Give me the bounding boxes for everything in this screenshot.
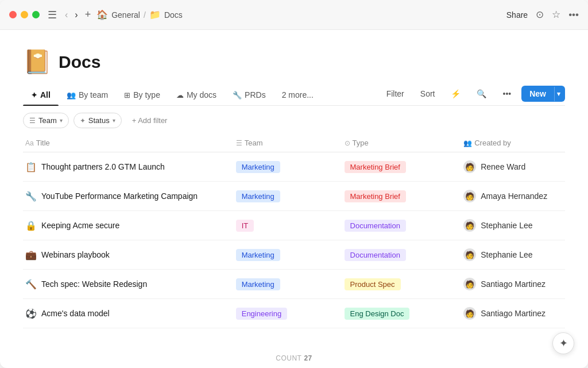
star-icon[interactable]: ☆ [552, 9, 560, 21]
row-type-cell: Marketing Brief [338, 152, 457, 182]
team-column-header[interactable]: ☰Team [229, 134, 338, 152]
minimize-button[interactable] [21, 11, 28, 18]
team-tag[interactable]: IT [236, 220, 254, 232]
row-title: YouTube Performance Marketing Campaign [41, 191, 198, 201]
breadcrumb-docs[interactable]: Docs [164, 10, 183, 20]
new-tab-button[interactable]: + [85, 9, 91, 21]
row-doc-icon: 💼 [25, 250, 37, 260]
team-tag[interactable]: Engineering [236, 308, 287, 320]
team-tag[interactable]: Marketing [236, 161, 280, 173]
tab-my-docs[interactable]: ☁ My docs [168, 86, 225, 105]
back-arrow-icon[interactable]: ‹ [63, 9, 70, 21]
type-col-icon: ⊙ [345, 139, 350, 147]
new-button[interactable]: New ▾ [521, 86, 565, 102]
team-filter-chip[interactable]: ☰ Team ▾ [23, 113, 69, 128]
main-content: 📔 Docs ✦ All 👥 By team ⊞ By type ☁ My do… [0, 30, 588, 368]
avatar: 🧑 [463, 219, 476, 232]
search-button[interactable]: 🔍 [471, 86, 492, 101]
row-author-cell: 🧑 Stephanie Lee [457, 240, 565, 270]
row-type-cell: Eng Design Doc [338, 299, 457, 328]
tab-prds[interactable]: 🔧 PRDs [225, 86, 274, 105]
type-tag[interactable]: Marketing Brief [345, 161, 406, 173]
table-row[interactable]: 📋 Thought partners 2.0 GTM Launch Market… [23, 152, 565, 182]
nav-arrows: ‹ › [63, 9, 80, 21]
row-doc-icon: ⚽ [25, 308, 37, 319]
close-button[interactable] [9, 11, 17, 18]
count-label: COUNT [276, 354, 301, 362]
table-row[interactable]: 🔧 YouTube Performance Marketing Campaign… [23, 182, 565, 211]
docs-table: AaTitle ☰Team ⊙Type 👥Created by [23, 134, 565, 347]
docs-folder-icon: 📁 [149, 9, 161, 20]
author-info: 🧑 Stephanie Lee [463, 219, 558, 232]
row-doc-icon: 🔒 [25, 220, 37, 231]
avatar: 🧑 [463, 248, 476, 261]
table-row[interactable]: ⚽ Acme's data model Engineering Eng Desi… [23, 299, 565, 328]
row-type-cell: Marketing Brief [338, 182, 457, 211]
tab-actions: Filter Sort ⚡ 🔍 ••• New ▾ [381, 86, 565, 105]
maximize-button[interactable] [32, 11, 40, 18]
row-type-cell: Product Spec [338, 270, 457, 299]
tab-bar: ✦ All 👥 By team ⊞ By type ☁ My docs 🔧 PR… [23, 86, 565, 106]
row-title: Keeping Acme secure [41, 221, 119, 230]
tab-my-docs-label: My docs [187, 90, 216, 99]
row-title: Webinars playbook [41, 250, 110, 259]
type-tag[interactable]: Product Spec [345, 278, 401, 290]
sort-button[interactable]: Sort [415, 86, 441, 101]
title-col-icon: Aa [25, 139, 34, 147]
row-title-cell: 🔨 Tech spec: Website Redesign [25, 279, 222, 290]
status-filter-chip[interactable]: ✦ Status ▾ [74, 113, 122, 128]
table-row[interactable]: 🔒 Keeping Acme secure IT Documentation 🧑… [23, 211, 565, 240]
page-header: 📔 Docs [23, 48, 565, 75]
author-info: 🧑 Santiago Martinez [463, 307, 558, 320]
menu-icon[interactable]: ☰ [48, 9, 57, 21]
fab-button[interactable]: ✦ [552, 332, 574, 354]
tab-all[interactable]: ✦ All [23, 86, 59, 105]
lightning-button[interactable]: ⚡ [445, 86, 466, 101]
type-tag[interactable]: Documentation [345, 220, 406, 232]
type-tag[interactable]: Marketing Brief [345, 190, 406, 202]
home-icon: 🏠 [96, 9, 108, 20]
tab-by-type-label: By type [133, 90, 160, 99]
page-title: Docs [59, 52, 100, 72]
share-button[interactable]: Share [506, 10, 528, 20]
team-filter-label: Team [38, 116, 57, 125]
breadcrumb-separator: / [144, 10, 146, 20]
status-filter-chevron-icon: ▾ [113, 117, 115, 124]
new-button-chevron-icon[interactable]: ▾ [554, 87, 565, 101]
avatar: 🧑 [463, 160, 476, 173]
user-icon[interactable]: ⊙ [536, 9, 544, 21]
team-tag[interactable]: Marketing [236, 278, 280, 290]
created-by-column-header[interactable]: 👥Created by [457, 134, 565, 152]
new-button-label: New [521, 86, 554, 102]
more-toolbar-button[interactable]: ••• [497, 86, 517, 101]
more-options-icon[interactable]: ••• [568, 9, 579, 21]
author-name: Santiago Martinez [481, 279, 546, 289]
count-value: 27 [304, 354, 312, 362]
team-tag[interactable]: Marketing [236, 190, 280, 202]
author-name: Santiago Martinez [481, 309, 546, 318]
filter-button[interactable]: Filter [381, 86, 410, 101]
add-filter-button[interactable]: + Add filter [126, 113, 173, 128]
breadcrumb-general[interactable]: General [111, 10, 140, 20]
page-icon: 📔 [23, 48, 52, 75]
status-filter-label: Status [88, 116, 110, 125]
table-row[interactable]: 🔨 Tech spec: Website Redesign Marketing … [23, 270, 565, 299]
author-info: 🧑 Renee Ward [463, 160, 558, 173]
title-column-header[interactable]: AaTitle [23, 134, 229, 152]
tab-more[interactable]: 2 more... [274, 86, 322, 105]
team-tag[interactable]: Marketing [236, 249, 280, 261]
row-title: Acme's data model [41, 309, 110, 318]
row-title-cell: 🔒 Keeping Acme secure [25, 220, 222, 231]
tab-by-team[interactable]: 👥 By team [59, 86, 116, 105]
table-row[interactable]: 💼 Webinars playbook Marketing Documentat… [23, 240, 565, 270]
row-doc-icon: 🔧 [25, 191, 37, 202]
tab-by-type[interactable]: ⊞ By type [116, 86, 168, 105]
row-title-cell: 🔧 YouTube Performance Marketing Campaign [25, 191, 222, 202]
type-column-header[interactable]: ⊙Type [338, 134, 457, 152]
row-doc-icon: 📋 [25, 162, 37, 172]
tab-all-label: All [40, 90, 51, 99]
author-info: 🧑 Stephanie Lee [463, 248, 558, 261]
forward-arrow-icon[interactable]: › [72, 9, 80, 21]
type-tag[interactable]: Eng Design Doc [345, 308, 410, 320]
type-tag[interactable]: Documentation [345, 249, 406, 261]
